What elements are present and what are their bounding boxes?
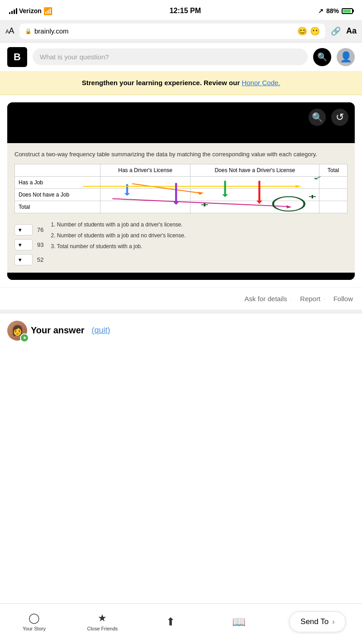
dropdown-row-2: ▾ 93 <box>14 239 43 250</box>
url-text: brainly.com <box>34 27 69 35</box>
frequency-table: Has a Driver's License Does Not have a D… <box>14 164 348 213</box>
chevron-down-icon-2: ▾ <box>19 241 22 248</box>
signal-bar-3 <box>14 10 15 14</box>
dot-2: · <box>323 295 327 303</box>
chevron-right-icon: › <box>332 618 334 626</box>
chevron-down-icon-1: ▾ <box>19 226 22 233</box>
table-cell-1-1 <box>100 176 191 188</box>
big-a: A <box>9 26 14 35</box>
numbered-item-2: 2. Number of students with a job and no … <box>51 231 186 240</box>
signal-bar-1 <box>9 12 10 14</box>
bottom-nav-book[interactable]: 📖 <box>221 615 257 628</box>
dropdown-2[interactable]: ▾ <box>14 239 33 250</box>
battery-pct: 88% <box>326 7 339 14</box>
zoom-icon: 🔍 <box>312 112 323 123</box>
quit-link[interactable]: (quit) <box>92 326 110 335</box>
story-icon: ◯ <box>29 612 40 624</box>
table-row-1: Has a Job <box>15 176 348 188</box>
dropdown-value-1: 76 <box>37 226 43 233</box>
chevron-down-icon-3: ▾ <box>19 256 22 263</box>
table-cell-2-1 <box>100 188 191 201</box>
table-header-col2: Does Not have a Driver's License <box>191 164 319 176</box>
image-bottom-black <box>7 273 355 280</box>
reader-icon[interactable]: Aa <box>346 26 357 36</box>
status-left: Verizon 📶 <box>9 7 52 15</box>
table-row-label-1: Has a Job <box>15 176 100 188</box>
person-icon: 👤 <box>340 51 352 63</box>
navbar: B What is your question? 🔍 👤 <box>0 43 362 72</box>
search-bar[interactable]: What is your question? <box>33 48 308 65</box>
user-avatar-nav[interactable]: 👤 <box>337 48 355 66</box>
section-divider <box>0 310 362 313</box>
table-cell-2-2 <box>191 188 319 201</box>
face-icon: 😊 <box>297 26 307 36</box>
smiley-icon: 😶 <box>310 26 320 36</box>
table-cell-1-2 <box>191 176 319 188</box>
signal-bars <box>9 8 17 14</box>
answer-title: Your answer <box>31 325 85 336</box>
image-top-black <box>7 102 355 143</box>
battery-indicator <box>342 8 353 14</box>
small-a: A <box>5 29 9 35</box>
action-row: Ask for details · Report · Follow <box>0 287 362 310</box>
report-link[interactable]: Report <box>300 295 320 303</box>
bottom-nav-share[interactable]: ⬆ <box>152 615 189 628</box>
table-row-label-2: Does Not have a Job <box>15 188 100 201</box>
your-answer-header: 👩 ★ Your answer (quit) <box>7 321 355 341</box>
your-answer-section: 👩 ★ Your answer (quit) <box>0 313 362 350</box>
browser-bar-right: 🔗 Aa <box>331 26 357 36</box>
book-icon: 📖 <box>232 615 246 628</box>
time-display: 12:15 PM <box>170 7 201 15</box>
browser-bar: AA 🔒 brainly.com 😊 😶 🔗 Aa <box>0 20 362 43</box>
dropdown-1[interactable]: ▾ <box>14 224 33 235</box>
aa-label[interactable]: AA <box>5 26 14 36</box>
follow-link[interactable]: Follow <box>333 295 353 303</box>
image-toolbar: 🔍 ↺ <box>309 109 348 126</box>
table-header-col1: Has a Driver's License <box>100 164 191 176</box>
numbered-item-1: 1. Number of students with a job and a d… <box>51 221 186 229</box>
zoom-button[interactable]: 🔍 <box>309 109 326 126</box>
dropdown-value-2: 93 <box>37 241 43 248</box>
ask-for-details-link[interactable]: Ask for details <box>244 295 287 303</box>
rotate-button[interactable]: ↺ <box>331 109 348 126</box>
browser-url-bar[interactable]: 🔒 brainly.com 😊 😶 <box>19 24 325 39</box>
send-to-button[interactable]: Send To › <box>289 611 346 632</box>
number-descriptions: 1. Number of students with a job and a d… <box>51 221 186 253</box>
annotations-area: Has a Driver's License Does Not have a D… <box>14 164 348 213</box>
browser-bar-left: AA <box>5 26 14 36</box>
table-row-3: Total <box>15 201 348 213</box>
status-right: ↗ 88% <box>318 7 353 14</box>
search-placeholder: What is your question? <box>40 53 109 61</box>
avatar-wrapper: 👩 ★ <box>7 321 27 341</box>
carrier-label: Verizon <box>19 7 42 14</box>
honor-code-link[interactable]: Honor Code. <box>242 79 280 87</box>
table-row-2: Does Not have a Job <box>15 188 348 201</box>
table-cell-2-3 <box>319 188 348 201</box>
table-header-col3: Total <box>319 164 348 176</box>
bottom-nav-story[interactable]: ◯ Your Story <box>16 612 52 631</box>
status-bar: Verizon 📶 12:15 PM ↗ 88% <box>0 0 362 20</box>
star-badge: ★ <box>20 333 29 342</box>
battery-body <box>342 8 353 14</box>
table-cell-3-3 <box>319 201 348 213</box>
brainly-logo[interactable]: B <box>7 47 27 67</box>
bottom-nav-close-friends[interactable]: ★ Close Friends <box>84 612 120 631</box>
honor-banner: Strengthen your learning experience. Rev… <box>0 72 362 95</box>
table-cell-3-1 <box>100 201 191 213</box>
close-friends-icon: ★ <box>98 612 107 624</box>
table-cell-1-3 <box>319 176 348 188</box>
table-row-label-3: Total <box>15 201 100 213</box>
search-button[interactable]: 🔍 <box>313 48 331 66</box>
signal-bar-4 <box>16 8 17 14</box>
dropdown-row-1: ▾ 76 <box>14 224 43 235</box>
share-icon: 🔗 <box>331 26 341 36</box>
table-header-empty <box>15 164 100 176</box>
signal-bar-2 <box>11 11 13 14</box>
dropdown-3[interactable]: ▾ <box>14 254 33 265</box>
bottom-nav: ◯ Your Story ★ Close Friends ⬆ 📖 Send To… <box>0 603 362 644</box>
send-to-label: Send To <box>300 617 329 626</box>
share-up-icon: ⬆ <box>166 615 175 628</box>
question-content-area: Construct a two-way frequency table summ… <box>7 143 355 273</box>
question-description: Construct a two-way frequency table summ… <box>14 150 348 159</box>
search-icon: 🔍 <box>317 52 327 62</box>
